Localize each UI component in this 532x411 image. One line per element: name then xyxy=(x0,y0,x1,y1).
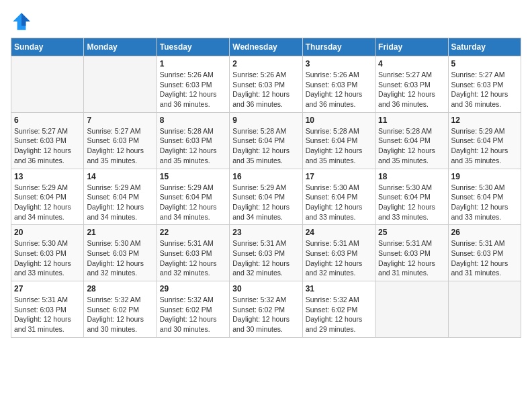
day-info: Sunrise: 5:30 AM Sunset: 6:04 PM Dayligh… xyxy=(378,183,445,222)
day-number: 3 xyxy=(306,59,372,68)
weekday-header: Tuesday xyxy=(157,38,229,56)
weekday-header: Monday xyxy=(84,38,157,56)
day-number: 7 xyxy=(87,116,153,125)
day-number: 24 xyxy=(306,228,372,237)
weekday-header: Saturday xyxy=(448,38,521,56)
calendar-cell: 12Sunrise: 5:29 AM Sunset: 6:04 PM Dayli… xyxy=(448,112,521,169)
calendar-cell: 6Sunrise: 5:27 AM Sunset: 6:03 PM Daylig… xyxy=(11,112,84,169)
day-info: Sunrise: 5:28 AM Sunset: 6:04 PM Dayligh… xyxy=(306,126,372,166)
calendar-cell: 3Sunrise: 5:26 AM Sunset: 6:03 PM Daylig… xyxy=(302,56,375,113)
day-number: 18 xyxy=(378,172,445,181)
calendar-week-row: 27Sunrise: 5:31 AM Sunset: 6:03 PM Dayli… xyxy=(11,281,521,338)
day-number: 5 xyxy=(451,59,518,68)
day-info: Sunrise: 5:27 AM Sunset: 6:03 PM Dayligh… xyxy=(87,126,153,166)
day-info: Sunrise: 5:31 AM Sunset: 6:03 PM Dayligh… xyxy=(378,238,445,278)
day-info: Sunrise: 5:31 AM Sunset: 6:03 PM Dayligh… xyxy=(160,238,226,278)
day-number: 28 xyxy=(87,284,153,293)
day-number: 31 xyxy=(306,284,372,293)
calendar-cell: 29Sunrise: 5:32 AM Sunset: 6:02 PM Dayli… xyxy=(157,281,229,338)
day-number: 29 xyxy=(160,284,226,293)
day-number: 25 xyxy=(378,228,445,237)
calendar-week-row: 20Sunrise: 5:30 AM Sunset: 6:03 PM Dayli… xyxy=(11,225,521,281)
calendar-cell xyxy=(11,56,84,113)
day-number: 13 xyxy=(14,172,81,181)
calendar-cell: 7Sunrise: 5:27 AM Sunset: 6:03 PM Daylig… xyxy=(84,112,157,169)
calendar-cell xyxy=(448,281,521,338)
day-info: Sunrise: 5:27 AM Sunset: 6:03 PM Dayligh… xyxy=(451,70,518,109)
logo xyxy=(11,11,35,32)
day-number: 2 xyxy=(232,59,299,68)
day-number: 11 xyxy=(378,116,445,125)
calendar-cell: 20Sunrise: 5:30 AM Sunset: 6:03 PM Dayli… xyxy=(11,225,84,281)
day-info: Sunrise: 5:29 AM Sunset: 6:04 PM Dayligh… xyxy=(14,183,81,222)
calendar-cell: 21Sunrise: 5:30 AM Sunset: 6:03 PM Dayli… xyxy=(84,225,157,281)
calendar-cell: 5Sunrise: 5:27 AM Sunset: 6:03 PM Daylig… xyxy=(448,56,521,113)
calendar-cell: 2Sunrise: 5:26 AM Sunset: 6:03 PM Daylig… xyxy=(230,56,302,113)
calendar-cell: 9Sunrise: 5:28 AM Sunset: 6:04 PM Daylig… xyxy=(230,112,302,169)
day-info: Sunrise: 5:26 AM Sunset: 6:03 PM Dayligh… xyxy=(232,70,299,109)
day-info: Sunrise: 5:30 AM Sunset: 6:03 PM Dayligh… xyxy=(87,238,153,278)
day-number: 22 xyxy=(160,228,226,237)
calendar-cell: 30Sunrise: 5:32 AM Sunset: 6:02 PM Dayli… xyxy=(230,281,302,338)
logo-icon xyxy=(11,11,32,32)
day-number: 21 xyxy=(87,228,153,237)
day-number: 10 xyxy=(306,116,372,125)
day-info: Sunrise: 5:29 AM Sunset: 6:04 PM Dayligh… xyxy=(160,183,226,222)
day-info: Sunrise: 5:31 AM Sunset: 6:03 PM Dayligh… xyxy=(306,238,372,278)
day-info: Sunrise: 5:28 AM Sunset: 6:04 PM Dayligh… xyxy=(378,126,445,166)
calendar-cell: 11Sunrise: 5:28 AM Sunset: 6:04 PM Dayli… xyxy=(375,112,448,169)
day-number: 23 xyxy=(232,228,299,237)
weekday-header: Friday xyxy=(375,38,448,56)
calendar-cell: 10Sunrise: 5:28 AM Sunset: 6:04 PM Dayli… xyxy=(302,112,375,169)
page-header xyxy=(11,11,521,32)
calendar-cell: 15Sunrise: 5:29 AM Sunset: 6:04 PM Dayli… xyxy=(157,169,229,225)
calendar-header-row: SundayMondayTuesdayWednesdayThursdayFrid… xyxy=(11,38,521,56)
day-number: 4 xyxy=(378,59,445,68)
weekday-header: Sunday xyxy=(11,38,84,56)
day-info: Sunrise: 5:26 AM Sunset: 6:03 PM Dayligh… xyxy=(160,70,226,109)
calendar-cell: 19Sunrise: 5:30 AM Sunset: 6:04 PM Dayli… xyxy=(448,169,521,225)
day-info: Sunrise: 5:30 AM Sunset: 6:04 PM Dayligh… xyxy=(306,183,372,222)
day-number: 30 xyxy=(232,284,299,293)
calendar-cell xyxy=(84,56,157,113)
calendar-cell: 25Sunrise: 5:31 AM Sunset: 6:03 PM Dayli… xyxy=(375,225,448,281)
day-info: Sunrise: 5:31 AM Sunset: 6:03 PM Dayligh… xyxy=(451,238,518,278)
calendar-cell: 28Sunrise: 5:32 AM Sunset: 6:02 PM Dayli… xyxy=(84,281,157,338)
calendar-week-row: 6Sunrise: 5:27 AM Sunset: 6:03 PM Daylig… xyxy=(11,112,521,169)
weekday-header: Wednesday xyxy=(230,38,302,56)
calendar-cell: 24Sunrise: 5:31 AM Sunset: 6:03 PM Dayli… xyxy=(302,225,375,281)
day-number: 26 xyxy=(451,228,518,237)
calendar-week-row: 1Sunrise: 5:26 AM Sunset: 6:03 PM Daylig… xyxy=(11,56,521,113)
day-number: 12 xyxy=(451,116,518,125)
day-info: Sunrise: 5:31 AM Sunset: 6:03 PM Dayligh… xyxy=(232,238,299,278)
calendar-cell: 27Sunrise: 5:31 AM Sunset: 6:03 PM Dayli… xyxy=(11,281,84,338)
calendar-cell: 4Sunrise: 5:27 AM Sunset: 6:03 PM Daylig… xyxy=(375,56,448,113)
svg-marker-1 xyxy=(21,13,30,26)
day-number: 20 xyxy=(14,228,81,237)
day-number: 8 xyxy=(160,116,226,125)
day-info: Sunrise: 5:32 AM Sunset: 6:02 PM Dayligh… xyxy=(306,295,372,334)
day-info: Sunrise: 5:32 AM Sunset: 6:02 PM Dayligh… xyxy=(87,295,153,334)
calendar-week-row: 13Sunrise: 5:29 AM Sunset: 6:04 PM Dayli… xyxy=(11,169,521,225)
day-info: Sunrise: 5:30 AM Sunset: 6:04 PM Dayligh… xyxy=(451,183,518,222)
day-info: Sunrise: 5:30 AM Sunset: 6:03 PM Dayligh… xyxy=(14,238,81,278)
day-info: Sunrise: 5:27 AM Sunset: 6:03 PM Dayligh… xyxy=(14,126,81,166)
calendar-cell: 1Sunrise: 5:26 AM Sunset: 6:03 PM Daylig… xyxy=(157,56,229,113)
calendar-cell: 18Sunrise: 5:30 AM Sunset: 6:04 PM Dayli… xyxy=(375,169,448,225)
calendar-cell: 31Sunrise: 5:32 AM Sunset: 6:02 PM Dayli… xyxy=(302,281,375,338)
day-info: Sunrise: 5:26 AM Sunset: 6:03 PM Dayligh… xyxy=(306,70,372,109)
calendar-cell: 17Sunrise: 5:30 AM Sunset: 6:04 PM Dayli… xyxy=(302,169,375,225)
day-info: Sunrise: 5:29 AM Sunset: 6:04 PM Dayligh… xyxy=(232,183,299,222)
calendar-body: 1Sunrise: 5:26 AM Sunset: 6:03 PM Daylig… xyxy=(11,56,521,338)
day-info: Sunrise: 5:29 AM Sunset: 6:04 PM Dayligh… xyxy=(451,126,518,166)
day-info: Sunrise: 5:27 AM Sunset: 6:03 PM Dayligh… xyxy=(378,70,445,109)
calendar-table: SundayMondayTuesdayWednesdayThursdayFrid… xyxy=(11,38,521,338)
day-number: 1 xyxy=(160,59,226,68)
day-number: 14 xyxy=(87,172,153,181)
day-number: 9 xyxy=(232,116,299,125)
calendar-cell: 22Sunrise: 5:31 AM Sunset: 6:03 PM Dayli… xyxy=(157,225,229,281)
weekday-header: Thursday xyxy=(302,38,375,56)
day-info: Sunrise: 5:28 AM Sunset: 6:04 PM Dayligh… xyxy=(232,126,299,166)
day-number: 6 xyxy=(14,116,81,125)
calendar-cell: 16Sunrise: 5:29 AM Sunset: 6:04 PM Dayli… xyxy=(230,169,302,225)
